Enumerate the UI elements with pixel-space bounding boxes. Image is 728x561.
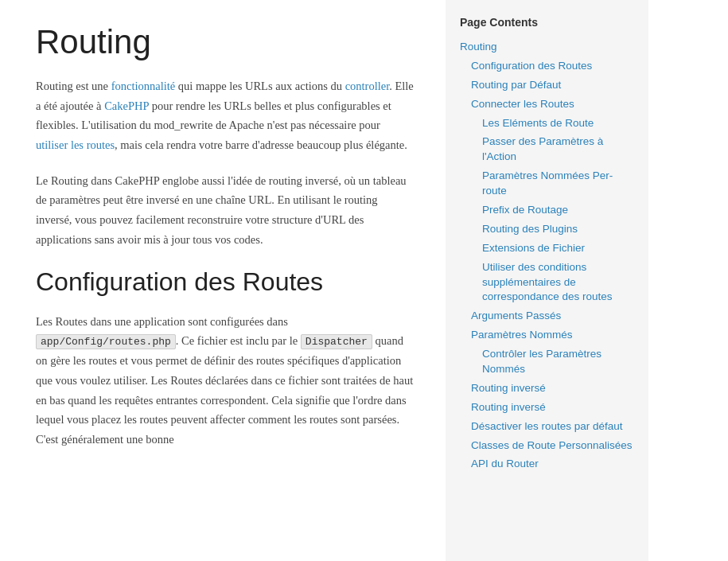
toc-item: Contrôler les Paramètres Nommés (460, 347, 634, 377)
toc-link-10[interactable]: Utiliser des conditions supplémentaires … (460, 260, 634, 306)
routes-file-code: app/Config/routes.php (36, 334, 176, 349)
toc-item: Paramètres Nommés (460, 328, 634, 343)
toc-item: Paramètres Nommées Per-route (460, 169, 634, 199)
toc-item: Routing par Défaut (460, 78, 634, 93)
page-title: Routing (36, 24, 414, 60)
toc-link-18[interactable]: API du Router (460, 457, 634, 472)
toc-item: Configuration des Routes (460, 59, 634, 74)
toc-link-17[interactable]: Classes de Route Personnalisées (460, 438, 634, 454)
link-utiliser-routes[interactable]: utiliser les routes (36, 138, 115, 151)
toc-link-4[interactable]: Les Eléments de Route (460, 116, 634, 131)
link-controller[interactable]: controller (345, 80, 390, 92)
toc-item: Arguments Passés (460, 309, 634, 324)
toc-item: Utiliser des conditions supplémentaires … (460, 260, 634, 306)
toc-link-15[interactable]: Routing inversé (460, 400, 634, 415)
toc-link-6[interactable]: Paramètres Nommées Per-route (460, 169, 634, 199)
link-fonctionnalite[interactable]: fonctionnalité (111, 80, 176, 92)
toc-item: Routing inversé (460, 381, 634, 396)
toc-item: Routing des Plugins (460, 222, 634, 237)
toc-item: Routing (460, 40, 634, 55)
toc-link-11[interactable]: Arguments Passés (460, 309, 634, 324)
toc-item: Passer des Paramètres à l'Action (460, 134, 634, 165)
toc-link-16[interactable]: Désactiver les routes par défaut (460, 419, 634, 434)
toc-item: Classes de Route Personnalisées (460, 438, 634, 454)
toc-link-9[interactable]: Extensions de Fichier (460, 241, 634, 256)
link-cakephp[interactable]: CakePHP (104, 99, 149, 112)
toc-link-0[interactable]: Routing (460, 40, 634, 55)
toc-link-12[interactable]: Paramètres Nommés (460, 328, 634, 343)
toc-link-14[interactable]: Routing inversé (460, 381, 634, 396)
toc-item: Extensions de Fichier (460, 241, 634, 256)
toc-item: Désactiver les routes par défaut (460, 419, 634, 434)
dispatcher-code: Dispatcher (301, 334, 372, 349)
toc-item: Connecter les Routes (460, 97, 634, 112)
toc-link-8[interactable]: Routing des Plugins (460, 222, 634, 237)
config-paragraph: Les Routes dans une application sont con… (36, 312, 414, 450)
sidebar-title: Page Contents (460, 16, 634, 29)
toc-item: API du Router (460, 457, 634, 472)
toc-link-13[interactable]: Contrôler les Paramètres Nommés (460, 347, 634, 377)
toc-item: Les Eléments de Route (460, 116, 634, 131)
main-content: Routing Routing est une fonctionnalité q… (0, 0, 446, 561)
toc-item: Prefix de Routage (460, 203, 634, 218)
toc-link-5[interactable]: Passer des Paramètres à l'Action (460, 134, 634, 165)
toc-link-1[interactable]: Configuration des Routes (460, 59, 634, 74)
toc-link-2[interactable]: Routing par Défaut (460, 78, 634, 93)
toc-link-3[interactable]: Connecter les Routes (460, 97, 634, 112)
toc-item: Routing inversé (460, 400, 634, 415)
intro-paragraph: Routing est une fonctionnalité qui mappe… (36, 76, 414, 155)
toc-list: RoutingConfiguration des RoutesRouting p… (460, 40, 634, 472)
routing-inverse-paragraph: Le Routing dans CakePHP englobe aussi l'… (36, 171, 414, 250)
section-config-title: Configuration des Routes (36, 267, 414, 297)
sidebar: Page Contents RoutingConfiguration des R… (446, 0, 648, 561)
toc-link-7[interactable]: Prefix de Routage (460, 203, 634, 218)
